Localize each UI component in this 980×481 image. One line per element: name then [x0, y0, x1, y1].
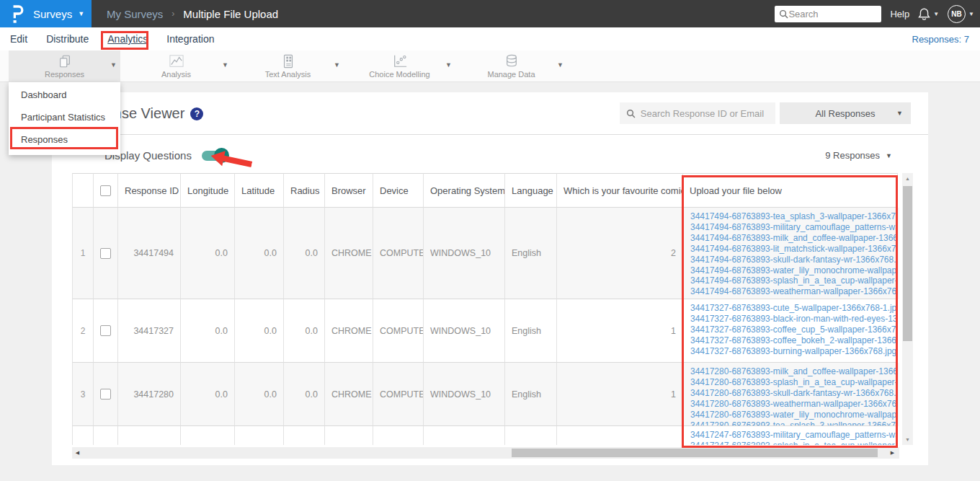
uploaded-file-link[interactable]: 34417327-68763893-burning-wallpaper-1366…	[690, 346, 898, 357]
nav-tab-distribute[interactable]: Distribute	[46, 33, 89, 45]
chevron-down-icon[interactable]: ▼	[557, 61, 564, 69]
uploaded-file-link[interactable]: 34417494-68763893-tea_splash_3-wallpaper…	[690, 211, 898, 222]
column-header-longitude[interactable]: Longitude	[181, 173, 235, 208]
toolbar-item-label: Responses	[45, 70, 84, 79]
uploaded-file-link[interactable]: 34417494-68763893-splash_in_a_tea_cup-wa…	[690, 275, 898, 286]
toolbar-item-analysis[interactable]: Analysis	[120, 50, 232, 82]
nav-tab-edit[interactable]: Edit	[10, 33, 27, 45]
menu-item-responses[interactable]: Responses	[9, 128, 120, 151]
scroll-right-icon[interactable]: ▶	[887, 447, 898, 459]
uploaded-file-link[interactable]: 34417280-68763893-tea_splash_3-wallpaper…	[690, 420, 898, 426]
toolbar-item-choice-modelling[interactable]: Choice Modelling	[344, 50, 455, 82]
chevron-down-icon[interactable]: ▼	[222, 61, 228, 69]
cell-longitude: 0.0	[181, 208, 235, 299]
surveys-product-switcher[interactable]: Surveys ▼	[0, 0, 92, 27]
menu-item-participant-statistics[interactable]: Participant Statistics	[9, 106, 120, 128]
cell-browser: CHROME	[325, 299, 373, 363]
toolbar-item-responses[interactable]: Responses	[9, 50, 120, 82]
table-row: 2344173270.00.00.0CHROMECOMPUTERWINDOWS_…	[72, 299, 899, 363]
responses-count-dropdown[interactable]: 9 Responses ▼	[825, 150, 892, 161]
uploaded-file-link[interactable]: 34417247-68763893-splash_in_a_tea_cup-wa…	[690, 441, 898, 445]
horizontal-scrollbar[interactable]: ◀ ▶	[72, 447, 899, 459]
chevron-down-icon: ▼	[896, 110, 903, 117]
uploaded-file-link[interactable]: 34417327-68763893-coffee_cup_5-wallpaper…	[690, 325, 898, 335]
cell-uploaded-files: 34417494-68763893-tea_splash_3-wallpaper…	[683, 208, 898, 299]
vertical-scrollbar[interactable]: ▲ ▼	[902, 173, 913, 445]
column-header-response-id[interactable]: Response ID▲	[118, 173, 181, 208]
column-header-language[interactable]: Language	[505, 173, 557, 208]
menu-item-dashboard[interactable]: Dashboard	[9, 84, 120, 106]
toolbar-item-manage-data[interactable]: Manage Data	[455, 50, 567, 82]
cell-uploaded-files: 34417280-68763893-milk_and_coffee-wallpa…	[683, 363, 898, 426]
global-search[interactable]	[775, 6, 881, 22]
column-header-browser[interactable]: Browser	[325, 173, 373, 208]
column-header-upload-your-file-below[interactable]: Upload your file below	[683, 173, 898, 208]
uploaded-file-link[interactable]: 34417280-68763893-skull-dark-fantasy-wr-…	[690, 388, 898, 399]
nav-tab-analytics[interactable]: Analytics	[107, 33, 148, 45]
uploaded-file-link[interactable]: 34417494-68763893-military_camouflage_pa…	[690, 222, 898, 233]
scroll-down-icon[interactable]: ▼	[902, 434, 913, 445]
response-filter-dropdown[interactable]: All Responses ▼	[780, 102, 911, 124]
uploaded-file-link[interactable]: 34417494-68763893-skull-dark-fantasy-wr-…	[690, 255, 898, 265]
notifications-button[interactable]: ▼	[918, 7, 939, 21]
table-row: 1344174940.00.00.0CHROMECOMPUTERWINDOWS_…	[72, 208, 899, 299]
toolbar-item-text-analysis[interactable]: Text Analysis	[232, 50, 344, 82]
column-header-operating-system[interactable]: Operating System	[424, 173, 505, 208]
uploaded-file-link[interactable]: 34417280-68763893-milk_and_coffee-wallpa…	[690, 366, 898, 377]
row-checkbox[interactable]	[100, 389, 111, 400]
responses-icon	[58, 54, 72, 69]
uploaded-file-link[interactable]: 34417494-68763893-lit_matchstick-wallpap…	[690, 244, 898, 255]
chevron-down-icon[interactable]: ▼	[334, 61, 340, 69]
column-header-latitude[interactable]: Latitude	[235, 173, 284, 208]
cell-favourite-comics	[557, 426, 683, 445]
responses-count[interactable]: Responses: 7	[912, 27, 970, 50]
uploaded-file-link[interactable]: 34417494-68763893-milk_and_coffee-wallpa…	[690, 233, 898, 244]
nav-tab-integration[interactable]: Integration	[166, 33, 214, 45]
avatar[interactable]: NB	[948, 5, 966, 23]
row-checkbox[interactable]	[100, 325, 111, 336]
row-checkbox-cell	[94, 299, 118, 363]
uploaded-file-link[interactable]: 34417494-68763893-water_lily_monochrome-…	[690, 265, 898, 276]
column-header-label: Browser	[331, 185, 366, 196]
column-header-label: Response ID	[125, 185, 179, 196]
response-search-input[interactable]	[641, 108, 769, 119]
column-header-device[interactable]: Device	[373, 173, 424, 208]
chevron-down-icon: ▼	[886, 152, 892, 159]
response-search[interactable]	[620, 102, 775, 124]
chevron-down-icon[interactable]: ▼	[110, 61, 117, 69]
column-header-label: Operating System	[430, 185, 505, 196]
uploaded-file-link[interactable]: 34417327-68763893-cute_5-wallpaper-1366x…	[690, 303, 898, 314]
cell-language: English	[505, 208, 557, 299]
column-header-which-is-your-favourite-comics[interactable]: Which is your favourite comics?	[557, 173, 683, 208]
horizontal-scrollbar-thumb[interactable]	[512, 449, 878, 457]
column-header-radius[interactable]: Radius	[284, 173, 325, 208]
cell-response-id	[118, 426, 181, 445]
cell-language: English	[505, 299, 557, 363]
row-checkbox[interactable]	[100, 248, 111, 259]
display-questions-toggle[interactable]	[202, 151, 228, 161]
cell-radius: 0.0	[284, 208, 325, 299]
uploaded-file-link[interactable]: 34417327-68763893-black-iron-man-with-re…	[690, 314, 898, 325]
row-number-header-cell	[72, 173, 94, 208]
account-menu[interactable]: NB ▼	[948, 5, 974, 23]
toolbar-item-label: Choice Modelling	[369, 70, 429, 79]
help-icon[interactable]: ?	[190, 107, 203, 120]
vertical-scrollbar-thumb[interactable]	[903, 186, 912, 341]
column-header-label: Which is your favourite comics?	[564, 185, 683, 196]
uploaded-file-link[interactable]: 34417327-68763893-coffee_bokeh_2-wallpap…	[690, 335, 898, 346]
cell-uploaded-files: 34417247-68763893-military_camouflage_pa…	[683, 426, 898, 445]
global-search-input[interactable]	[788, 9, 873, 19]
uploaded-file-link[interactable]: 34417247-68763893-military_camouflage_pa…	[690, 430, 898, 441]
uploaded-file-link[interactable]: 34417494-68763893-weatherman-wallpaper-1…	[690, 286, 898, 297]
chevron-down-icon[interactable]: ▼	[445, 61, 452, 69]
search-icon	[779, 9, 788, 19]
help-link[interactable]: Help	[890, 9, 909, 19]
uploaded-file-link[interactable]: 34417280-68763893-water_lily_monochrome-…	[690, 410, 898, 420]
uploaded-file-link[interactable]: 34417280-68763893-splash_in_a_tea_cup-wa…	[690, 377, 898, 388]
uploaded-file-link[interactable]: 34417280-68763893-weatherman-wallpaper-1…	[690, 399, 898, 410]
scroll-left-icon[interactable]: ◀	[72, 447, 83, 459]
breadcrumb-my-surveys[interactable]: My Surveys	[107, 8, 163, 20]
search-icon	[626, 109, 636, 118]
select-all-checkbox[interactable]	[100, 185, 111, 196]
scroll-up-icon[interactable]: ▲	[902, 173, 913, 184]
